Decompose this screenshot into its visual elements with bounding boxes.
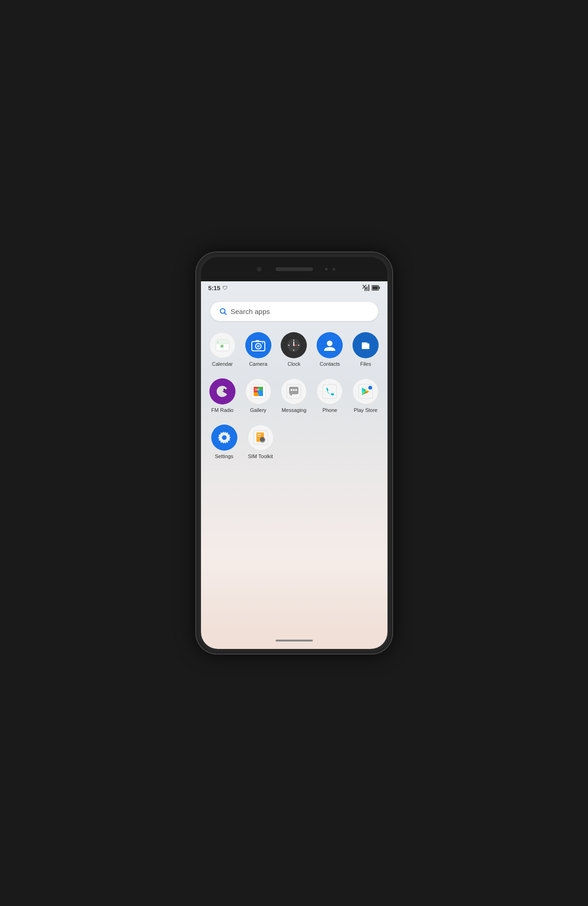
app-messaging[interactable]: Messaging <box>277 378 310 413</box>
phone-screen-container: 5:15 🛡 <box>201 257 387 649</box>
svg-line-9 <box>224 313 226 314</box>
gallery-icon: GO <box>245 378 271 404</box>
phone-device: 5:15 🛡 <box>196 252 392 654</box>
messaging-icon <box>281 378 307 404</box>
svg-rect-6 <box>379 287 380 289</box>
files-icon <box>353 332 379 358</box>
front-camera <box>257 267 262 272</box>
svg-point-46 <box>293 389 295 391</box>
vpn-icon: 🛡 <box>222 285 228 291</box>
sensor-left <box>325 268 328 271</box>
app-simtoolkit[interactable]: SIM Toolkit <box>247 425 275 460</box>
app-gallery[interactable]: GO Gallery <box>242 378 275 413</box>
svg-rect-55 <box>257 434 261 435</box>
svg-point-40 <box>223 389 225 390</box>
battery-icon <box>372 285 380 291</box>
apps-row-3: Settings <box>205 425 384 460</box>
svg-point-26 <box>262 342 263 344</box>
svg-rect-48 <box>323 384 337 398</box>
phone-label: Phone <box>322 407 337 413</box>
signal-icon <box>362 285 370 291</box>
status-left: 5:15 🛡 <box>208 285 228 292</box>
apps-row-2: FM Radio GO <box>205 378 384 413</box>
svg-point-50 <box>368 386 372 390</box>
svg-point-47 <box>295 389 297 391</box>
search-bar[interactable]: Search apps <box>210 302 378 321</box>
status-right <box>362 285 380 291</box>
app-clock[interactable]: Clock <box>277 332 310 367</box>
search-label: Search apps <box>231 307 270 315</box>
phone-icon <box>317 378 343 404</box>
settings-icon <box>211 425 237 451</box>
home-indicator[interactable] <box>276 640 313 641</box>
search-icon <box>220 308 227 315</box>
svg-point-45 <box>291 389 292 391</box>
app-files[interactable]: Files <box>349 332 382 367</box>
contacts-icon <box>317 332 343 358</box>
apps-row-1: 1 7 Calendar <box>205 332 384 367</box>
svg-rect-25 <box>256 340 259 342</box>
messaging-label: Messaging <box>282 407 306 413</box>
apps-grid: 1 7 Calendar <box>201 325 387 460</box>
app-calendar[interactable]: 1 7 Calendar <box>206 332 239 367</box>
status-bar: 5:15 🛡 <box>201 281 387 294</box>
fmradio-icon <box>209 378 235 404</box>
calendar-label: Calendar <box>212 361 233 367</box>
playstore-label: Play Store <box>354 407 378 413</box>
files-label: Files <box>360 361 371 367</box>
svg-rect-7 <box>372 286 378 290</box>
sensor-right <box>332 268 335 271</box>
camera-label: Camera <box>249 361 267 367</box>
app-phone[interactable]: Phone <box>313 378 346 413</box>
svg-rect-56 <box>257 436 260 437</box>
app-settings[interactable]: Settings <box>210 425 238 460</box>
svg-point-35 <box>293 345 295 346</box>
clock-icon <box>281 332 307 358</box>
svg-point-24 <box>257 345 260 348</box>
status-time: 5:15 <box>208 285 221 292</box>
contacts-label: Contacts <box>320 361 340 367</box>
bottom-bezel <box>201 632 387 649</box>
svg-point-52 <box>222 435 227 440</box>
calendar-icon: 1 7 <box>209 332 235 358</box>
simtoolkit-icon <box>248 425 274 451</box>
screen: 5:15 🛡 <box>201 281 387 632</box>
search-container: Search apps <box>201 294 387 325</box>
playstore-icon <box>353 378 379 404</box>
camera-icon <box>245 332 271 358</box>
top-bezel <box>201 257 387 281</box>
settings-label: Settings <box>215 453 234 460</box>
gallery-label: Gallery <box>250 407 266 413</box>
svg-point-37 <box>327 341 332 346</box>
app-playstore[interactable]: Play Store <box>349 378 382 413</box>
clock-label: Clock <box>288 361 301 367</box>
speaker <box>276 267 313 271</box>
fmradio-label: FM Radio <box>211 407 234 413</box>
app-camera[interactable]: Camera <box>242 332 275 367</box>
svg-text:GO: GO <box>255 388 260 391</box>
simtoolkit-label: SIM Toolkit <box>248 453 273 460</box>
app-contacts[interactable]: Contacts <box>313 332 346 367</box>
app-fmradio[interactable]: FM Radio <box>206 378 239 413</box>
